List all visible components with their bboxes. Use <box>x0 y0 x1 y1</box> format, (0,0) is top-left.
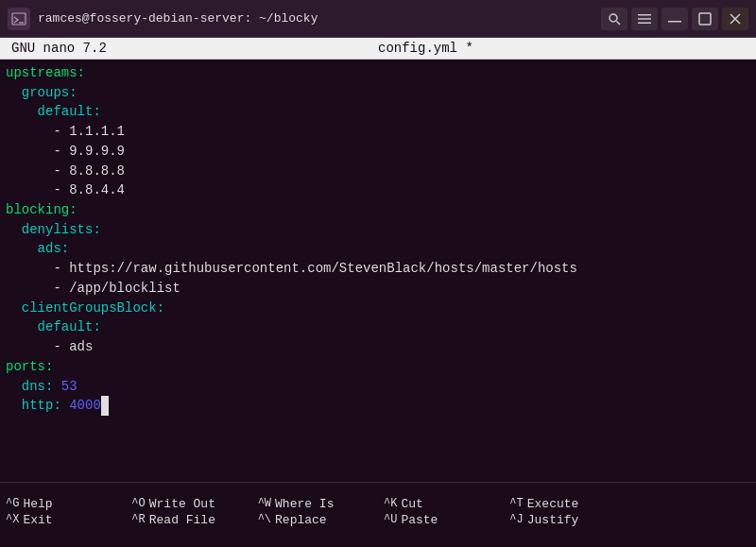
nano-version: GNU nano 7.2 <box>11 41 107 56</box>
shortcut-execute-justify: ^T Execute ^J Justify <box>504 483 756 540</box>
editor-line: clientGroupsBlock: <box>6 299 750 318</box>
line-text: upstreams: <box>6 65 85 80</box>
shortcut-help-label: Help <box>23 497 52 511</box>
shortcut-exit-label: Exit <box>23 513 52 527</box>
shortcut-where-is: ^W Where Is <box>258 497 372 511</box>
shortcut-replace: ^\ Replace <box>258 513 372 527</box>
shortcut-paste: ^U Paste <box>384 513 498 527</box>
minimize-button[interactable] <box>662 8 688 30</box>
nano-header: GNU nano 7.2 config.yml * <box>0 38 756 60</box>
shortcut-read-label: Read File <box>149 513 215 527</box>
editor-line: default: <box>6 102 750 122</box>
editor-line: blocking: <box>6 200 750 220</box>
titlebar-left: ramces@fossery-debian-server: ~/blocky <box>8 8 318 30</box>
text-cursor <box>101 396 109 416</box>
shortcut-write: ^O Write Out <box>131 497 246 511</box>
editor-line: default: <box>6 317 750 337</box>
editor-line: ads: <box>6 239 750 259</box>
shortcut-read: ^R Read File <box>131 513 246 527</box>
line-text: groups: <box>6 85 77 100</box>
shortcut-help-exit: ^G Help ^X Exit <box>0 483 126 540</box>
editor-line: - 8.8.4.4 <box>6 180 750 200</box>
svg-point-2 <box>610 14 617 22</box>
svg-rect-4 <box>638 14 651 16</box>
titlebar-title: ramces@fossery-debian-server: ~/blocky <box>38 11 318 26</box>
editor-line: http: 4000 <box>6 396 750 416</box>
shortcut-justify: ^J Justify <box>509 513 750 527</box>
shortcut-write-read: ^O Write Out ^R Read File <box>126 483 251 540</box>
line-text: default: <box>6 104 101 119</box>
shortcut-justify-label: Justify <box>527 513 579 527</box>
shortcut-cut-label: Cut <box>401 497 422 511</box>
maximize-button[interactable] <box>692 8 718 30</box>
svg-line-3 <box>617 21 621 25</box>
editor-line: - https://raw.githubusercontent.com/Stev… <box>6 259 750 279</box>
svg-rect-8 <box>699 13 711 25</box>
editor-line: denylists: <box>6 220 750 240</box>
editor-line: - ads <box>6 337 750 357</box>
editor-line: - 8.8.8.8 <box>6 162 750 181</box>
editor-line: - 9.9.9.9 <box>6 142 750 162</box>
shortcut-exit: ^X Exit <box>6 513 120 527</box>
shortcut-cut-paste: ^K Cut ^U Paste <box>378 483 504 540</box>
editor: upstreams: groups: default: - 1.1.1.1 - … <box>0 60 756 482</box>
shortcuts-bar: ^G Help ^X Exit ^O Write Out ^R Read Fil… <box>0 482 756 540</box>
shortcut-search-replace: ^W Where Is ^\ Replace <box>252 483 378 540</box>
editor-line: ports: <box>6 357 750 377</box>
shortcut-replace-label: Replace <box>275 513 327 527</box>
svg-rect-7 <box>668 21 681 23</box>
svg-rect-5 <box>638 18 651 20</box>
svg-rect-6 <box>638 22 651 24</box>
shortcut-execute: ^T Execute <box>509 497 750 511</box>
shortcut-write-label: Write Out <box>149 497 215 511</box>
shortcut-execute-label: Execute <box>527 497 579 511</box>
close-button[interactable] <box>722 8 748 30</box>
shortcut-cut: ^K Cut <box>384 497 498 511</box>
editor-line: dns: 53 <box>6 377 750 397</box>
titlebar-controls <box>601 8 748 30</box>
editor-line: groups: <box>6 83 750 103</box>
shortcut-where-label: Where Is <box>275 497 334 511</box>
search-button[interactable] <box>601 8 627 30</box>
nano-filename: config.yml * <box>378 41 473 56</box>
menu-button[interactable] <box>631 8 658 30</box>
terminal-icon <box>8 8 30 30</box>
editor-line: upstreams: <box>6 63 750 83</box>
shortcut-paste-label: Paste <box>401 513 438 527</box>
titlebar: ramces@fossery-debian-server: ~/blocky <box>0 0 756 38</box>
editor-line: - 1.1.1.1 <box>6 122 750 142</box>
shortcut-help: ^G Help <box>6 497 120 511</box>
editor-line: - /app/blocklist <box>6 279 750 299</box>
